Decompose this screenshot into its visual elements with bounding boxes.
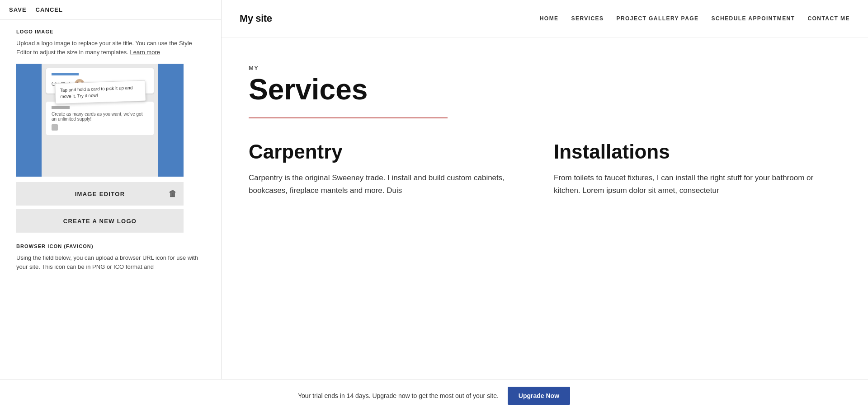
top-bar: SAVE CANCEL [0,0,221,20]
service-installations-desc: From toilets to faucet fixtures, I can i… [554,172,841,196]
preview-card2-header [52,106,70,109]
browser-icon-title: BROWSER ICON (FAVICON) [16,243,205,249]
nav-item-gallery[interactable]: PROJECT GALLERY PAGE [617,15,699,22]
preview-left-bar [16,64,42,177]
service-installations: Installations From toilets to faucet fix… [554,141,841,197]
site-section-label: MY [249,65,841,71]
upgrade-bar: Your trial ends in 14 days. Upgrade now … [0,379,868,412]
service-carpentry-desc: Carpentry is the original Sweeney trade.… [249,172,536,196]
image-editor-button[interactable]: IMAGE EDITOR 🗑 [16,182,184,206]
preview-card-1: Tap and hold a card to pick it up and mo… [46,68,154,94]
logo-image-desc: Upload a logo image to replace your site… [16,39,205,56]
panel-content: LOGO IMAGE Upload a logo image to replac… [0,20,221,412]
site-nav: My site HOME SERVICES PROJECT GALLERY PA… [222,0,868,37]
preview-card-area: Tap and hold a card to pick it up and mo… [42,64,158,177]
preview-card-2: Create as many cards as you want, we've … [46,102,154,135]
site-content: MY Services Carpentry Carpentry is the o… [222,37,868,215]
upgrade-now-button[interactable]: Upgrade Now [508,387,570,405]
browser-icon-desc: Using the field below, you can upload a … [16,253,205,271]
site-logo: My site [240,13,272,24]
site-nav-links: HOME SERVICES PROJECT GALLERY PAGE SCHED… [540,15,850,22]
nav-item-contact[interactable]: CONTACT ME [807,15,850,22]
site-section-divider [249,117,448,118]
preview-right-bar [158,64,184,177]
learn-more-link[interactable]: Learn more [130,49,160,56]
left-panel: SAVE CANCEL LOGO IMAGE Upload a logo ima… [0,0,222,412]
cancel-button[interactable]: CANCEL [36,6,63,13]
site-section-heading: Services [249,75,841,104]
nav-item-home[interactable]: HOME [540,15,559,22]
preview-card2-icon [52,124,58,131]
service-carpentry-title: Carpentry [249,141,536,163]
services-grid: Carpentry Carpentry is the original Swee… [249,141,841,197]
logo-preview-bg: Tap and hold a card to pick it up and mo… [16,64,184,177]
logo-image-section-title: LOGO IMAGE [16,29,205,34]
service-carpentry: Carpentry Carpentry is the original Swee… [249,141,536,197]
preview-card-header [52,73,79,75]
logo-preview: Tap and hold a card to pick it up and mo… [16,64,184,177]
nav-item-schedule[interactable]: SCHEDULE APPOINTMENT [711,15,795,22]
service-installations-title: Installations [554,141,841,163]
nav-item-services[interactable]: SERVICES [571,15,604,22]
right-panel: My site HOME SERVICES PROJECT GALLERY PA… [222,0,868,412]
preview-card2-text: Create as many cards as you want, we've … [52,112,148,122]
create-new-logo-button[interactable]: CREATE A NEW LOGO [16,209,184,233]
upgrade-message: Your trial ends in 14 days. Upgrade now … [298,392,499,399]
save-button[interactable]: SAVE [9,6,27,13]
site-preview: My site HOME SERVICES PROJECT GALLERY PA… [222,0,868,412]
delete-icon: 🗑 [169,189,177,199]
preview-tooltip: Tap and hold a card to pick it up and mo… [55,80,146,104]
